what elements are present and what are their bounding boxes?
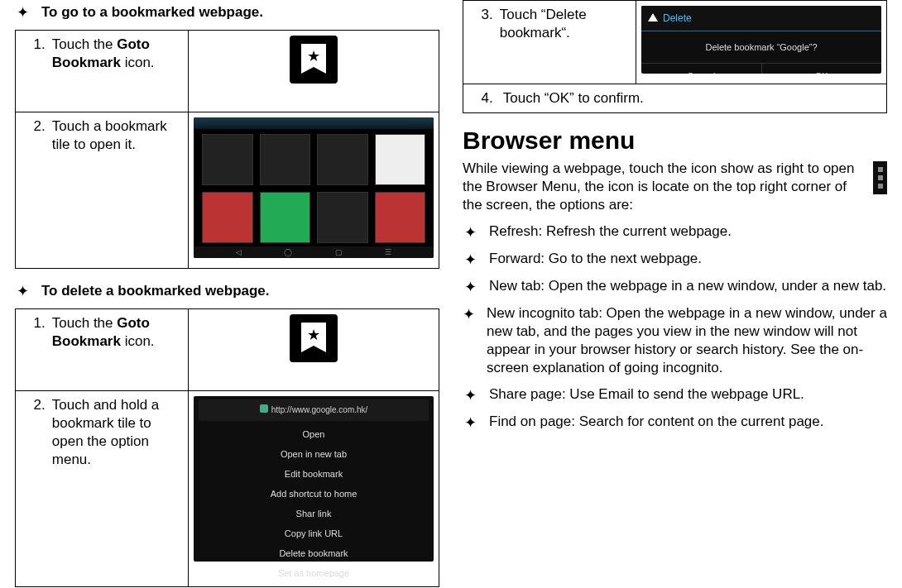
step-number: 3. <box>463 1 497 84</box>
star-icon: ✦ <box>463 385 477 404</box>
menu-item: New tab: Open the webpage in a new windo… <box>489 277 886 295</box>
step-number: 2. <box>16 112 49 269</box>
text: Touch the <box>52 315 117 331</box>
star-icon: ✦ <box>463 250 477 269</box>
goto-bookmark-icon <box>290 314 338 362</box>
step-text: Touch and hold a bookmark tile to open t… <box>49 391 189 587</box>
text: icon. <box>121 55 155 70</box>
step-number: 1. <box>16 31 49 112</box>
browser-menu-list: ✦Refresh: Refresh the current webpage. ✦… <box>463 222 887 432</box>
menu-item: Forward: Go to the next webpage. <box>489 250 702 268</box>
context-menu-screenshot: http://www.google.com.hk/ Open Open in n… <box>194 396 434 562</box>
ctx-url: http://www.google.com.hk/ <box>271 405 368 414</box>
step-number: 2. <box>16 391 49 587</box>
overflow-menu-icon <box>873 161 887 194</box>
step-number: 1. <box>16 309 49 391</box>
text: Touch the <box>52 36 117 52</box>
dialog-cancel: Cancel <box>641 64 762 74</box>
ctx-opt: Set as homepage <box>199 563 429 583</box>
nav-back-icon: ◁ <box>236 243 242 258</box>
step-text: Touch a bookmark tile to open it. <box>49 112 189 269</box>
dialog-ok: OK <box>762 64 882 74</box>
step-image-cell <box>189 309 439 391</box>
bookmark-tiles-screenshot: ◁ ◯ ▢ ☰ <box>194 117 434 258</box>
section-heading-text: To delete a bookmarked webpage. <box>41 282 270 300</box>
star-icon: ✦ <box>463 413 477 432</box>
menu-item: Share page: Use Email to send the webpag… <box>489 385 804 404</box>
browser-menu-heading: Browser menu <box>463 127 887 155</box>
step-text: Touch “Delete bookmark“. <box>497 1 636 84</box>
steps-table-delete: 1. Touch the Goto Bookmark icon. 2. Touc… <box>15 308 439 587</box>
star-icon: ✦ <box>463 277 477 296</box>
steps-table-delete-cont: 3. Touch “Delete bookmark“. Delete Delet… <box>463 0 887 113</box>
nav-home-icon: ◯ <box>284 243 292 258</box>
dialog-title: Delete <box>663 9 692 27</box>
star-icon: ✦ <box>15 3 30 22</box>
browser-menu-intro: While viewing a webpage, touch the icon … <box>463 160 863 214</box>
step-image-cell <box>189 31 439 112</box>
steps-table-goto: 1. Touch the Goto Bookmark icon. 2. Touc… <box>15 30 439 269</box>
ctx-opt: Shar link <box>199 504 429 523</box>
text: icon. <box>121 333 155 349</box>
star-icon: ✦ <box>15 282 30 300</box>
dialog-message: Delete bookmark “Google”? <box>641 31 881 63</box>
warning-icon <box>648 13 658 22</box>
ctx-opt: Add shortcut to home <box>199 484 429 504</box>
goto-bookmark-icon <box>290 36 338 84</box>
step-text: Touch the Goto Bookmark icon. <box>49 309 189 391</box>
menu-item: New incognito tab: Open the webpage in a… <box>487 304 887 377</box>
ctx-opt: Open in new tab <box>199 444 429 464</box>
ctx-opt: Copy link URL <box>199 523 429 543</box>
step-image-cell: Delete Delete bookmark “Google”? Cancel … <box>636 1 887 84</box>
menu-item: Refresh: Refresh the current webpage. <box>489 222 732 241</box>
section-heading-goto: ✦ To go to a bookmarked webpage. <box>15 3 439 22</box>
step-text: Touch the Goto Bookmark icon. <box>49 31 189 112</box>
ctx-opt: Edit bookmark <box>199 464 429 484</box>
menu-item: Find on page: Search for content on the … <box>489 413 824 431</box>
step-text: Touch “OK” to confirm. <box>497 84 887 113</box>
star-icon: ✦ <box>463 222 477 241</box>
section-heading-text: To go to a bookmarked webpage. <box>41 3 263 22</box>
step-image-cell: ◁ ◯ ▢ ☰ <box>189 112 439 269</box>
step-number: 4. <box>463 84 497 113</box>
delete-dialog-screenshot: Delete Delete bookmark “Google”? Cancel … <box>641 6 881 74</box>
nav-menu-icon: ☰ <box>385 243 391 258</box>
ctx-opt: Open <box>199 424 429 444</box>
section-heading-delete: ✦ To delete a bookmarked webpage. <box>15 282 439 300</box>
ctx-opt: Delete bookmark <box>199 543 429 563</box>
nav-recent-icon: ▢ <box>335 243 343 258</box>
step-image-cell: http://www.google.com.hk/ Open Open in n… <box>189 391 439 587</box>
star-icon: ✦ <box>463 304 475 323</box>
